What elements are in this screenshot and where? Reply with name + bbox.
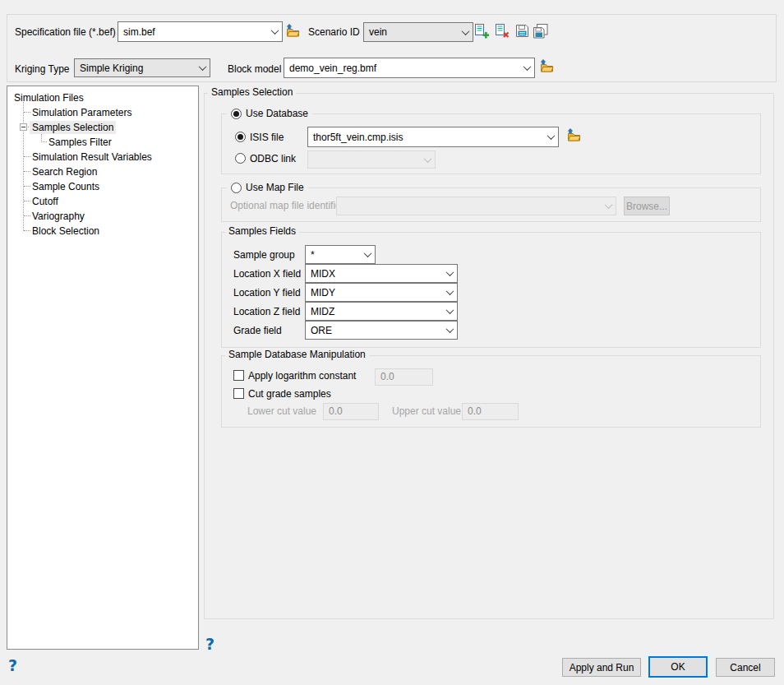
location-y-field-label: Location Y field	[233, 287, 301, 299]
cut-grade-samples-label: Cut grade samples	[248, 388, 331, 400]
tree-item-search-region[interactable]: Search Region	[8, 164, 197, 179]
chevron-down-icon[interactable]	[443, 265, 457, 282]
save-scenario-icon[interactable]	[515, 24, 529, 38]
sample-db-manipulation-group-title: Sample Database Manipulation	[225, 349, 369, 361]
tree-item-cutoff[interactable]: Cutoff	[8, 194, 197, 209]
location-z-field-label: Location Z field	[233, 306, 300, 317]
tree-item-simulation-parameters[interactable]: Simulation Parameters	[8, 105, 197, 120]
save-scenario-as-icon[interactable]	[533, 24, 548, 39]
open-spec-file-folder-icon[interactable]	[285, 24, 301, 38]
tree-item-simulation-files[interactable]: Simulation Files	[8, 90, 197, 105]
kriging-type-combo[interactable]: Simple Kriging	[74, 58, 210, 77]
map-file-identifier-combo	[336, 197, 616, 215]
chevron-down-icon[interactable]	[443, 322, 457, 339]
use-database-radio[interactable]	[231, 109, 242, 119]
scenario-id-label: Scenario ID	[308, 26, 360, 38]
tree-item-variography[interactable]: Variography	[8, 209, 197, 224]
open-block-model-folder-icon[interactable]	[539, 59, 555, 73]
samples-selection-group: Samples Selection Use Database ISIS file…	[204, 93, 774, 619]
chevron-down-icon[interactable]	[520, 58, 534, 77]
block-model-label: Block model	[228, 63, 281, 75]
chevron-down-icon[interactable]	[268, 22, 282, 41]
delete-scenario-icon[interactable]	[495, 24, 510, 39]
grade-field-label: Grade field	[233, 325, 282, 336]
location-x-field-combo[interactable]: MIDX	[305, 264, 458, 283]
scenario-id-combo[interactable]: vein	[363, 22, 473, 42]
isis-file-label: ISIS file	[250, 132, 284, 143]
chevron-down-icon[interactable]	[544, 127, 558, 146]
ok-button[interactable]: OK	[648, 656, 708, 678]
tree-item-samples-filter[interactable]: Samples Filter	[8, 135, 197, 150]
isis-file-value: thor5ft_vein.cmp.isis	[308, 132, 544, 143]
browse-button: Browse...	[624, 197, 670, 215]
map-file-identifier-label: Optional map file identifier	[230, 200, 344, 211]
settings-tree-panel: Simulation Files Simulation Parameters S…	[7, 86, 199, 650]
tree-item-sample-counts[interactable]: Sample Counts	[8, 179, 197, 194]
isis-file-combo[interactable]: thor5ft_vein.cmp.isis	[307, 127, 559, 147]
open-isis-file-folder-icon[interactable]	[566, 128, 582, 142]
chevron-down-icon[interactable]	[361, 246, 375, 263]
odbc-link-label: ODBC link	[250, 153, 296, 164]
odbc-link-combo	[307, 150, 436, 169]
upper-cut-value-field: 0.0	[462, 403, 519, 420]
use-database-radio-row[interactable]: Use Database	[227, 106, 312, 121]
use-database-label: Use Database	[246, 108, 308, 119]
odbc-link-radio[interactable]	[235, 153, 246, 164]
kriging-type-label: Kriging Type	[15, 63, 70, 75]
chevron-down-icon[interactable]	[459, 23, 473, 41]
scenario-id-value: vein	[364, 26, 459, 38]
kriging-type-value: Simple Kriging	[75, 62, 196, 74]
use-map-file-radio-row[interactable]: Use Map File	[227, 180, 308, 195]
apply-logarithm-constant-checkbox[interactable]	[233, 370, 244, 381]
lower-cut-value-label: Lower cut value	[247, 405, 316, 417]
spec-file-combo[interactable]: sim.bef	[118, 21, 283, 42]
logarithm-constant-field: 0.0	[375, 368, 433, 386]
use-map-file-radio[interactable]	[231, 183, 242, 193]
samples-fields-group-title: Samples Fields	[225, 225, 299, 238]
sample-group-combo[interactable]: *	[305, 245, 376, 264]
chevron-down-icon[interactable]	[443, 303, 457, 320]
tree-item-simulation-result-variables[interactable]: Simulation Result Variables	[8, 150, 197, 164]
upper-cut-value-label: Upper cut value	[392, 405, 461, 417]
samples-fields-group: Samples Fields Sample group * Location X…	[221, 232, 761, 348]
tree-item-block-selection[interactable]: Block Selection	[8, 224, 197, 238]
grade-field-value: ORE	[306, 325, 443, 336]
apply-and-run-button[interactable]: Apply and Run	[562, 658, 641, 677]
tree-item-samples-selection[interactable]: Samples Selection	[8, 120, 197, 135]
sample-group-value: *	[306, 249, 361, 261]
location-x-field-label: Location X field	[233, 268, 301, 280]
chevron-down-icon	[602, 197, 616, 215]
location-x-field-value: MIDX	[306, 268, 443, 280]
apply-logarithm-constant-label: Apply logarithm constant	[248, 370, 356, 382]
block-model-value: demo_vein_reg.bmf	[284, 62, 520, 74]
grade-field-combo[interactable]: ORE	[305, 321, 458, 340]
lower-cut-value-field: 0.0	[323, 403, 379, 420]
block-model-combo[interactable]: demo_vein_reg.bmf	[284, 58, 535, 78]
spec-file-value: sim.bef	[118, 26, 268, 38]
chevron-down-icon[interactable]	[443, 284, 457, 301]
location-y-field-value: MIDY	[306, 287, 443, 299]
spec-file-label: Specification file (*.bef)	[15, 26, 116, 38]
new-scenario-icon[interactable]	[474, 24, 489, 39]
chevron-down-icon[interactable]	[196, 59, 210, 76]
simulation-setup-dialog: Specification file (*.bef) sim.bef Scena…	[0, 0, 784, 685]
panel-help-icon[interactable]: ?	[205, 636, 214, 652]
sample-db-manipulation-group: Sample Database Manipulation Apply logar…	[221, 355, 761, 428]
use-map-file-label: Use Map File	[246, 182, 304, 193]
location-z-field-value: MIDZ	[306, 306, 443, 317]
location-y-field-combo[interactable]: MIDY	[305, 283, 458, 302]
location-z-field-combo[interactable]: MIDZ	[305, 302, 458, 321]
sample-group-label: Sample group	[233, 249, 295, 261]
isis-file-radio[interactable]	[235, 132, 246, 142]
chevron-down-icon	[421, 151, 435, 168]
use-database-group: Use Database ISIS file thor5ft_vein.cmp.…	[221, 113, 761, 174]
cancel-button[interactable]: Cancel	[716, 658, 775, 677]
use-map-file-group: Use Map File Optional map file identifie…	[221, 187, 761, 222]
samples-selection-group-title: Samples Selection	[208, 86, 296, 99]
dialog-help-icon[interactable]: ?	[8, 658, 17, 673]
cut-grade-samples-checkbox[interactable]	[233, 388, 244, 399]
